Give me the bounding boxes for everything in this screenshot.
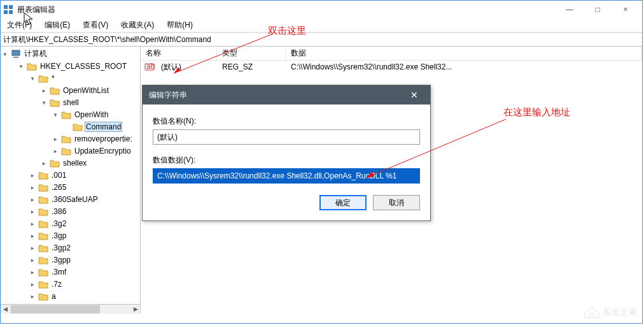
cancel-button[interactable]: 取消 <box>373 195 420 210</box>
tree-item[interactable]: ▾HKEY_CLASSES_ROOT <box>1 60 140 72</box>
tree-item[interactable]: ▸.386 <box>1 205 140 217</box>
tree-item[interactable]: ▸removepropertie: <box>1 133 140 145</box>
titlebar[interactable]: 册表编辑器 — □ × <box>1 1 642 18</box>
tree-toggle-icon[interactable]: ▾ <box>29 74 36 83</box>
value-row[interactable]: ab(默认)REG_SZC:\\Windows\\Sysrem32\\rundl… <box>141 61 642 73</box>
menu-help[interactable]: 帮助(H) <box>164 18 195 32</box>
ok-button[interactable]: 确定 <box>319 195 367 210</box>
value-name-input[interactable] <box>153 129 420 145</box>
tree-item-label: .3mf <box>50 268 67 277</box>
tree-toggle-icon[interactable]: ▸ <box>29 183 36 192</box>
tree-item[interactable]: ▸OpenWithList <box>1 84 140 96</box>
tree-item[interactable]: ▸UpdateEncryptio <box>1 145 140 157</box>
tree-item-label: .001 <box>50 171 67 180</box>
tree-toggle-icon[interactable]: ▾ <box>17 62 25 71</box>
tree-toggle-icon[interactable]: ▾ <box>52 110 59 119</box>
tree-item-label: shellex <box>62 159 88 168</box>
registry-editor-window: 册表编辑器 — □ × 文件(F) 编辑(E) 查看(V) 收藏夹(A) 帮助(… <box>0 0 643 324</box>
tree-toggle-icon[interactable]: ▸ <box>29 280 36 289</box>
dialog-titlebar[interactable]: 编辑字符串 ✕ <box>143 85 430 105</box>
tree-item[interactable]: ▾shell <box>1 96 140 108</box>
tree-item[interactable]: ▾* <box>1 72 140 84</box>
tree-toggle-icon[interactable]: ▸ <box>29 231 36 240</box>
menu-edit[interactable]: 编辑(E) <box>42 18 73 32</box>
svg-rect-4 <box>12 50 20 55</box>
tree-toggle-icon[interactable]: ▸ <box>52 147 59 155</box>
tree-toggle-icon[interactable]: ▸ <box>29 171 36 180</box>
tree-toggle-icon[interactable]: ▸ <box>40 159 48 168</box>
tree-item-label: HKEY_CLASSES_ROOT <box>39 62 128 71</box>
dialog-close-button[interactable]: ✕ <box>405 90 424 100</box>
tree-toggle-icon[interactable]: ▸ <box>29 219 36 228</box>
tree-item-label: .3g2 <box>50 219 67 228</box>
tree-item-label: 计算机 <box>23 48 48 59</box>
addressbar <box>1 32 642 47</box>
app-icon <box>3 4 13 15</box>
tree-toggle-icon[interactable]: ▸ <box>29 195 36 204</box>
edit-string-dialog: 编辑字符串 ✕ 数值名称(N): 数值数据(V): 确定 取消 <box>142 85 431 221</box>
folder-icon <box>38 207 48 216</box>
tree-item[interactable]: ▸.3mf <box>1 266 140 278</box>
menu-view[interactable]: 查看(V) <box>80 18 111 32</box>
tree-item-label: shell <box>62 98 80 107</box>
folder-icon <box>50 98 60 107</box>
tree-item[interactable]: Command <box>1 120 140 133</box>
folder-icon <box>38 256 48 264</box>
tree-toggle-icon[interactable]: ▸ <box>29 207 36 216</box>
tree-toggle-icon[interactable]: ▸ <box>29 292 36 301</box>
tree-item[interactable]: ▸shellex <box>1 157 140 169</box>
col-type[interactable]: 类型 <box>217 47 286 60</box>
dialog-buttons: 确定 取消 <box>153 195 420 210</box>
tree-item-label: a <box>50 292 57 301</box>
tree-horizontal-scrollbar[interactable]: ◄ ► <box>1 304 141 314</box>
svg-text:ab: ab <box>146 62 155 71</box>
tree-item[interactable]: ▾计算机 <box>1 48 140 60</box>
tree-item[interactable]: ▸.265 <box>1 181 140 193</box>
tree-item[interactable]: ▸.3g2 <box>1 217 140 229</box>
folder-icon <box>27 62 37 71</box>
folder-icon <box>61 110 71 119</box>
watermark: 系统之家 <box>584 305 638 319</box>
svg-rect-3 <box>9 10 13 14</box>
tree-item[interactable]: ▸.7z <box>1 278 140 290</box>
folder-icon <box>38 231 48 240</box>
close-button[interactable]: × <box>612 1 640 18</box>
folder-icon <box>38 292 48 301</box>
svg-rect-0 <box>4 5 8 9</box>
tree-item[interactable]: ▾OpenWith <box>1 108 140 120</box>
tree-pane[interactable]: ▾计算机▾HKEY_CLASSES_ROOT▾*▸OpenWithList▾sh… <box>1 47 141 314</box>
minimize-button[interactable]: — <box>556 1 584 18</box>
scroll-left-arrow[interactable]: ◄ <box>1 305 10 314</box>
tree-item-label: .386 <box>50 207 67 216</box>
menu-favorites[interactable]: 收藏夹(A) <box>118 18 157 32</box>
tree-item-label: .265 <box>50 183 67 192</box>
tree-item[interactable]: ▸.3gp <box>1 229 140 242</box>
menu-file[interactable]: 文件(F) <box>4 18 34 32</box>
tree-toggle-icon[interactable]: ▾ <box>40 98 48 107</box>
tree-toggle-icon[interactable]: ▸ <box>40 86 48 95</box>
folder-icon <box>38 243 48 252</box>
tree-item[interactable]: ▸.3gpp <box>1 254 140 266</box>
tree-toggle-icon[interactable]: ▸ <box>52 134 59 143</box>
value-type-cell: REG_SZ <box>217 62 286 71</box>
tree-item-label: .360SafeUAP <box>50 195 99 204</box>
address-input[interactable] <box>3 35 640 44</box>
tree-item[interactable]: ▸.360SafeUAP <box>1 193 140 205</box>
maximize-button[interactable]: □ <box>584 1 612 18</box>
tree-item[interactable]: ▸a <box>1 290 140 302</box>
scroll-right-arrow[interactable]: ► <box>131 305 141 314</box>
tree-toggle-icon[interactable]: ▸ <box>29 256 36 264</box>
tree-toggle-icon[interactable]: ▾ <box>1 50 9 59</box>
tree-item[interactable]: ▸.001 <box>1 169 140 181</box>
scrollbar-thumb[interactable] <box>11 305 100 314</box>
tree-toggle-icon[interactable]: ▸ <box>29 243 36 252</box>
value-data-input[interactable] <box>153 168 420 184</box>
col-name[interactable]: 名称 <box>141 47 217 60</box>
tree-item-label: Command <box>85 122 122 132</box>
col-data[interactable]: 数据 <box>286 47 642 60</box>
window-title: 册表编辑器 <box>17 4 55 15</box>
dialog-title: 编辑字符串 <box>149 90 187 101</box>
menubar: 文件(F) 编辑(E) 查看(V) 收藏夹(A) 帮助(H) <box>1 18 642 32</box>
tree-item[interactable]: ▸.3gp2 <box>1 242 140 254</box>
tree-toggle-icon[interactable]: ▸ <box>29 268 36 277</box>
